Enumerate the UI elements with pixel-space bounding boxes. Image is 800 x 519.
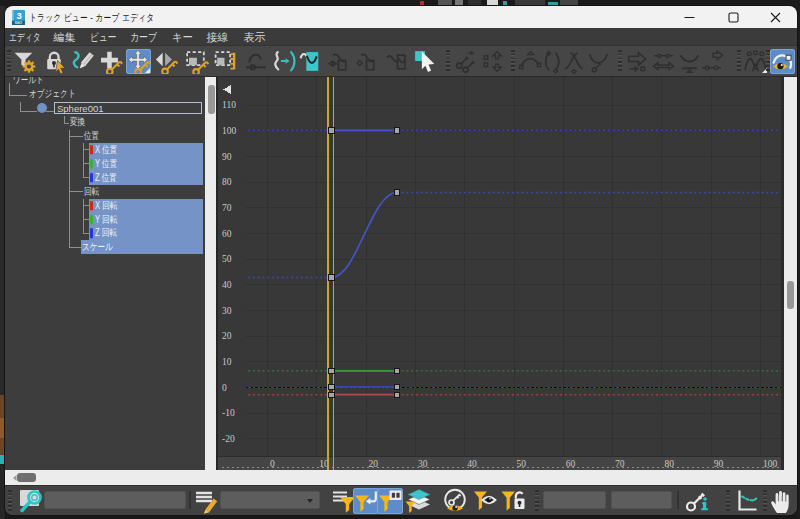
tree-item-z-rotation[interactable]: Z 回転 [95,226,117,240]
track-selection-field[interactable] [44,491,186,509]
tree-connector-line [20,111,37,112]
tree-item-world[interactable]: ワールド [13,77,44,87]
toolbar-grip[interactable] [7,50,11,73]
keyframe[interactable] [394,384,399,389]
keyframe[interactable] [394,368,399,373]
close-icon [770,12,781,23]
keyframe[interactable] [394,190,399,195]
region-tool-button[interactable] [299,49,324,74]
gray-tan-slow-icon [586,49,611,74]
zoom-value-extents-button[interactable] [733,488,759,514]
filter-arrow-icon [353,488,379,514]
tangent-step-button [625,49,650,74]
filter-visible-objects-button[interactable] [472,488,498,514]
track-set-combo[interactable] [220,491,320,509]
collapse-arrow-icon[interactable] [224,85,232,94]
key-time-field[interactable] [543,491,606,509]
draw-curves-button[interactable] [70,49,95,74]
tree-item-x-rotation[interactable]: X 回転 [95,199,117,213]
tree-item-y-rotation[interactable]: Y 回転 [95,213,117,227]
tree-item-rotation[interactable]: 回転 [84,185,99,199]
add-keys-button[interactable] [98,49,123,74]
curve-plot[interactable]: 1101009080706050403020100-10-20010203040… [218,77,781,470]
svg-text:0: 0 [222,383,227,393]
maximize-button[interactable] [718,6,748,28]
menu-6[interactable]: 接線 [207,29,229,44]
show-key-info-button[interactable] [684,488,710,514]
tree-item-scale[interactable]: スケール [82,240,113,254]
move-keys-button[interactable] [126,49,151,74]
combo-dropdown-arrow-icon[interactable] [307,499,313,503]
tree-item-x-position[interactable]: X 位置 [95,143,117,157]
axes-curve-icon [733,488,759,514]
filter-animated-tracks-button[interactable] [442,488,468,514]
menu-3[interactable]: ビュー [90,29,116,44]
lock-cursor-icon [42,49,67,74]
filter-button[interactable] [12,49,37,74]
ease-multiplier-button [743,49,768,74]
filter-active-layer-button[interactable] [405,488,431,514]
bottombar-grip [763,490,767,512]
show-tangents-button[interactable] [770,49,795,74]
tree-item-transform[interactable]: 変換 [70,115,85,129]
filter-selected-objects-button[interactable] [377,488,403,514]
tree-item-position[interactable]: 位置 [84,129,99,143]
keyframe[interactable] [329,275,334,280]
edit-track-set-icon [194,488,220,514]
minimize-button[interactable] [674,6,704,28]
menu-2[interactable]: 編集 [54,29,76,44]
keyframe[interactable] [329,368,334,373]
tree-item-sphere001[interactable]: Sphere001 [57,103,103,114]
svg-text:50: 50 [222,254,232,264]
menu-5[interactable]: キー [172,29,193,44]
screen: 3 MAX トラック ビュー - カーブ エディタ エディタ編集ビューカーブキー… [0,0,800,519]
graph-hscrollbar-thumb[interactable] [17,473,36,482]
menu-4[interactable]: カーブ [130,29,157,44]
keyframe[interactable] [394,128,399,133]
svg-text:10: 10 [222,357,232,367]
backdrop-fragment [515,0,545,5]
menu-1[interactable]: エディタ [9,29,41,44]
slide-keys-button[interactable] [154,49,179,74]
axis-color-chip [90,145,93,155]
circle-key-eye-icon [442,488,468,514]
keyframe[interactable] [329,392,334,397]
graph-vscrollbar-thumb[interactable] [787,281,794,309]
draw-curve-icon [70,49,95,74]
keyframe[interactable] [394,392,399,397]
tree-vertical-scrollbar[interactable] [205,77,216,470]
zoom-selected-object-button[interactable] [18,488,44,514]
scale-values-button[interactable] [213,49,238,74]
show-tangents-eye-icon [770,49,795,74]
tree-item-objects[interactable]: オブジェクト [29,87,76,101]
edit-track-set-button[interactable] [194,488,220,514]
svg-text:80: 80 [222,177,232,187]
scale-keys-button[interactable] [184,49,209,74]
keyframe[interactable] [329,384,334,389]
graph-vertical-scrollbar[interactable] [784,77,797,470]
graph-horizontal-scrollbar[interactable] [5,470,781,485]
select-keys-button[interactable] [413,49,438,74]
curve-graph[interactable]: 1101009080706050403020100-10-20010203040… [218,77,781,470]
svg-text:70: 70 [222,203,232,213]
tree-scrollbar-thumb[interactable] [208,85,215,114]
menu-7[interactable]: 表示 [244,29,266,44]
simplify-curve-button[interactable] [271,49,296,74]
retime-tool-button [244,49,269,74]
keyframe[interactable] [329,128,334,133]
tree-item-z-position[interactable]: Z 位置 [95,171,117,185]
close-button[interactable] [760,6,790,28]
slide-keys-icon [154,49,179,74]
titlebar[interactable]: 3 MAX トラック ビュー - カーブ エディタ [5,6,797,28]
tangent-flat-button [700,49,725,74]
filter-selected-tracks-button[interactable] [353,488,379,514]
bottom-toolbar [5,485,797,515]
lock-selection-button[interactable] [42,49,67,74]
filter-unlocked-button[interactable] [500,488,526,514]
tree-connector-line [83,199,84,234]
tree-item-y-position[interactable]: Y 位置 [95,157,117,171]
key-value-field[interactable] [611,491,672,509]
menubar: エディタ編集ビューカーブキー接線表示 [5,28,797,46]
gray-curve-1-icon [327,49,352,74]
pan-tool-button[interactable] [768,488,794,514]
